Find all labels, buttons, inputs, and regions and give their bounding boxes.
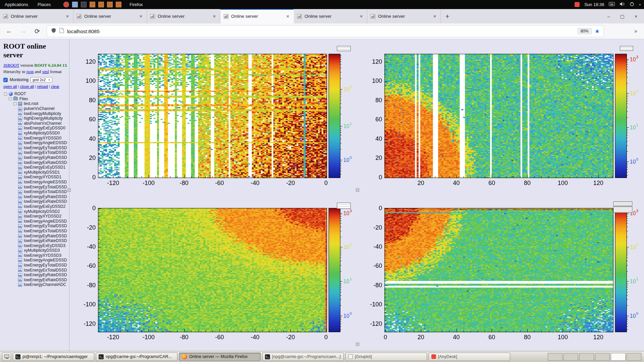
power-icon[interactable] bbox=[630, 2, 634, 7]
browser-tab[interactable]: Online server✕ bbox=[147, 9, 220, 23]
reload-link[interactable]: reload bbox=[37, 84, 48, 88]
monitoring-checkbox[interactable]: ✓ bbox=[3, 78, 8, 82]
shield-icon[interactable] bbox=[51, 28, 56, 35]
reload-button[interactable]: ⟳ bbox=[33, 27, 42, 35]
tree-item[interactable]: lowEnergyAngleEDSSD3 bbox=[3, 258, 67, 263]
tree-item[interactable]: lowEnergyExTotalDSSD3 bbox=[3, 267, 67, 273]
collapse-toggle[interactable]: − bbox=[13, 102, 16, 105]
tab-close-icon[interactable]: ✕ bbox=[432, 14, 437, 19]
browser-tab[interactable]: Online server✕ bbox=[73, 9, 147, 23]
tree-item[interactable]: lowEnergyChannelADC bbox=[3, 282, 67, 287]
workspace-cell-active[interactable] bbox=[611, 353, 626, 361]
clear-link[interactable]: clear bbox=[51, 84, 59, 88]
browser-tab[interactable]: Online server✕ bbox=[367, 9, 441, 23]
splitter-handle[interactable] bbox=[67, 188, 71, 192]
tree-item[interactable]: lowEnergyExEyDSSD0 bbox=[3, 126, 67, 131]
tree-item[interactable]: absPulserVsChannel bbox=[3, 121, 67, 126]
tree-item[interactable]: lowEnergyXYDSSD1 bbox=[3, 175, 67, 180]
tree-item[interactable]: lowEnergyAngleEDSSD2 bbox=[3, 219, 67, 224]
page-info-icon[interactable] bbox=[59, 28, 64, 35]
close-window-button[interactable]: × bbox=[635, 14, 637, 19]
keyboard-layout-icon[interactable] bbox=[609, 2, 615, 7]
workspace-cell[interactable] bbox=[548, 353, 562, 361]
workspace-cell[interactable] bbox=[564, 353, 578, 361]
tree-item[interactable]: xyMultiplicityDSSD0 bbox=[3, 131, 67, 136]
collapse-toggle[interactable]: − bbox=[4, 93, 7, 96]
new-tab-button[interactable]: + bbox=[441, 9, 454, 23]
show-desktop-button[interactable] bbox=[2, 353, 11, 361]
places-menu[interactable]: Places bbox=[36, 2, 52, 7]
tree-item[interactable]: lowEnergyExTotalDSSD2 bbox=[3, 229, 67, 234]
tree-item[interactable]: xyMultiplicityDSSD3 bbox=[3, 248, 67, 253]
tree-item[interactable]: lowEnergyAngleEDSSD0 bbox=[3, 140, 67, 145]
tree-node-root[interactable]: − ROOT bbox=[3, 92, 67, 97]
grid-handle-bottom[interactable] bbox=[356, 343, 359, 346]
tree-item[interactable]: lowEnergyXYDSSD0 bbox=[3, 135, 67, 140]
back-button[interactable]: ← bbox=[5, 27, 13, 35]
histogram-pad-1[interactable] bbox=[71, 39, 358, 193]
chevron-down-icon[interactable]: ▾ bbox=[639, 3, 641, 6]
tab-close-icon[interactable]: ✕ bbox=[139, 14, 143, 19]
jsroot-link[interactable]: JSROOT bbox=[3, 63, 19, 68]
taskbar-button[interactable]: [AnyDesk] bbox=[429, 353, 510, 361]
tree-item[interactable]: lowEnergyExRateDSSD3 bbox=[3, 278, 67, 283]
tree-item[interactable]: pulserVsChannel bbox=[3, 106, 67, 111]
workspace-cell[interactable] bbox=[627, 353, 641, 361]
tab-close-icon[interactable]: ✕ bbox=[212, 14, 217, 19]
url-text[interactable]: localhost:8085 bbox=[67, 28, 100, 34]
tree-item[interactable]: lowEnergyExTotalDSSD1 bbox=[3, 189, 67, 194]
tree-item[interactable]: lowEnergyEyRateDSSD0 bbox=[3, 155, 67, 160]
wine-app-2-icon[interactable] bbox=[98, 2, 104, 7]
wine-app-3-icon[interactable] bbox=[107, 2, 113, 7]
tree-item[interactable]: lowEnergyExRateDSSD1 bbox=[3, 199, 67, 204]
maximize-button[interactable]: ▢ bbox=[620, 14, 625, 19]
app-red-icon[interactable] bbox=[63, 2, 69, 7]
taskbar-button[interactable]: npg@carme-gsi:~/Programs/CAR... bbox=[96, 353, 177, 361]
histogram-pad-3[interactable] bbox=[71, 193, 358, 348]
taskbar-button[interactable]: Online server — Mozilla Firefox bbox=[179, 353, 261, 361]
open-all-link[interactable]: open all bbox=[3, 84, 17, 88]
tab-close-icon[interactable]: ✕ bbox=[359, 14, 364, 19]
terminal-blue-icon[interactable] bbox=[72, 2, 78, 7]
tree-item[interactable]: lowEnergyExTotalDSSD0 bbox=[3, 150, 67, 155]
browser-tab[interactable]: Online server✕ bbox=[220, 9, 294, 23]
tree-item[interactable]: lowEnergyEyRateDSSD3 bbox=[3, 273, 67, 278]
tree-node-file[interactable]: − test.root bbox=[3, 101, 67, 106]
browser-tab[interactable]: Online server✕ bbox=[294, 9, 367, 23]
tree-item[interactable]: lowEnergyEyRateDSSD1 bbox=[3, 194, 67, 199]
grid-handle-center[interactable] bbox=[356, 188, 359, 192]
tree-item[interactable]: lowEnergyEyTotalDSSD3 bbox=[3, 263, 67, 268]
tree-item[interactable]: lowEnergyXYDSSD2 bbox=[3, 214, 67, 219]
tree-item[interactable]: lowEnergyExEyDSSD2 bbox=[3, 204, 67, 209]
histogram-pad-4[interactable] bbox=[358, 193, 644, 348]
anydesk-status-icon[interactable] bbox=[575, 2, 580, 7]
zoom-level-badge[interactable]: 80% bbox=[578, 28, 592, 34]
wine-app-1-icon[interactable] bbox=[90, 2, 95, 7]
tab-close-icon[interactable]: ✕ bbox=[285, 14, 290, 19]
taskbar-button[interactable]: [npg@carme-gsi:~/Programs/caen...] bbox=[262, 353, 344, 361]
xml-link[interactable]: xml bbox=[42, 69, 49, 74]
tree-item[interactable]: lowEnergyEyRateDSSD2 bbox=[3, 233, 67, 238]
tree-item[interactable]: lowEnergyEyTotalDSSD0 bbox=[3, 145, 67, 150]
tree-item[interactable]: lowEnergyXYDSSD3 bbox=[3, 253, 67, 258]
applications-menu[interactable]: Applications bbox=[3, 2, 30, 7]
clock[interactable]: Sun 18:36 bbox=[584, 2, 604, 7]
json-link[interactable]: json bbox=[26, 69, 34, 74]
tree-item[interactable]: lowEnergyExEyDSSD1 bbox=[3, 165, 67, 170]
volume-icon[interactable] bbox=[620, 2, 625, 7]
minimize-button[interactable]: – bbox=[607, 14, 610, 19]
tree-item[interactable]: lowEnergyEyTotalDSSD2 bbox=[3, 224, 67, 229]
tree-item[interactable]: xyMultiplicityDSSD1 bbox=[3, 170, 67, 175]
url-bar[interactable]: localhost:8085 80% ★ bbox=[47, 25, 604, 37]
workspace-cell[interactable] bbox=[595, 353, 610, 361]
tree-item[interactable]: lowEnergyEyTotalDSSD1 bbox=[3, 184, 67, 189]
layout-select[interactable]: grid 2x2 ▼ bbox=[31, 77, 52, 82]
close-all-link[interactable]: close all bbox=[20, 84, 34, 88]
bookmark-star-icon[interactable]: ★ bbox=[595, 28, 600, 35]
tree-item[interactable]: lowEnergyExRateDSSD2 bbox=[3, 238, 67, 243]
tree-item[interactable]: lowEnergyAngleEDSSD1 bbox=[3, 180, 67, 185]
tree-item[interactable]: lowEnergyExEyDSSD3 bbox=[3, 243, 67, 248]
terminal-dark-icon[interactable] bbox=[81, 2, 87, 7]
tree-item[interactable]: lowEnergyMultiplicity bbox=[3, 111, 67, 116]
tree-node-files[interactable]: − Files bbox=[3, 97, 67, 102]
